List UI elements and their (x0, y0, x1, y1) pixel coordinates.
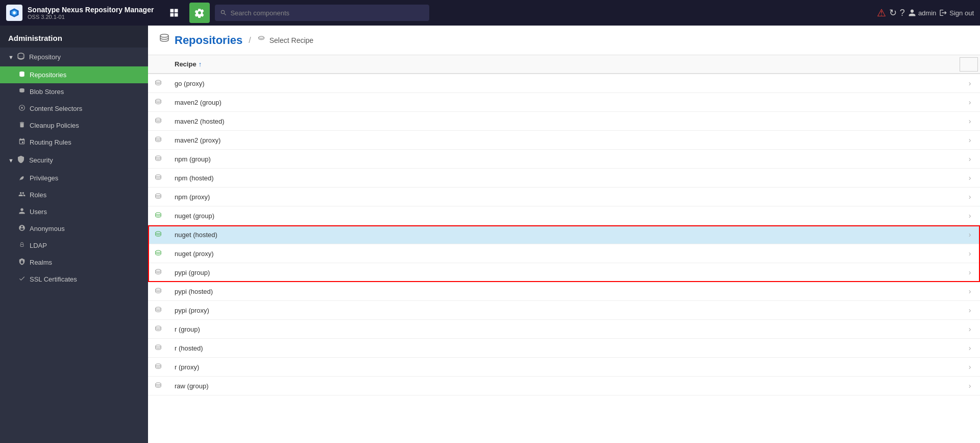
table-row[interactable]: nuget (hosted) › (148, 225, 980, 244)
alert-icon[interactable]: ⚠ (877, 7, 886, 19)
admin-button[interactable] (189, 3, 210, 23)
row-arrow: › (960, 363, 980, 371)
table-row[interactable]: npm (hosted) › (148, 169, 980, 188)
sidebar-item-routing-rules[interactable]: Routing Rules (0, 134, 148, 151)
svg-rect-7 (20, 244, 23, 246)
sidebar-header: Administration (0, 26, 148, 48)
sidebar-section-repository[interactable]: ▼ Repository (0, 48, 148, 66)
sidebar-item-roles[interactable]: Roles (0, 186, 148, 203)
column-settings-button[interactable] (960, 57, 978, 72)
icon-privileges (18, 174, 26, 182)
table-row[interactable]: raw (group) › (148, 377, 980, 395)
row-db-icon (148, 320, 168, 338)
row-label: pypi (proxy) (168, 301, 960, 319)
table-row[interactable]: pypi (proxy) › (148, 301, 980, 320)
icon-routing-rules (18, 138, 26, 147)
top-navigation: Sonatype Nexus Repository Manager OSS 3.… (0, 0, 980, 26)
table-row[interactable]: maven2 (group) › (148, 93, 980, 112)
row-arrow: › (960, 325, 980, 333)
svg-point-18 (156, 231, 161, 234)
repositories-header-icon (158, 33, 170, 48)
sidebar-item-blob-stores[interactable]: Blob Stores (0, 83, 148, 100)
sidebar-item-routing-rules-label: Routing Rules (30, 138, 71, 146)
svg-point-11 (156, 99, 161, 101)
search-input[interactable] (230, 9, 424, 17)
row-db-icon (148, 150, 168, 168)
table-row[interactable]: go (proxy) › (148, 74, 980, 93)
row-label: npm (hosted) (168, 169, 960, 187)
svg-point-9 (258, 36, 264, 38)
expand-arrow-security: ▼ (8, 157, 14, 164)
rows-container: go (proxy) › maven2 (group) › maven2 (ho… (148, 74, 980, 395)
table-row[interactable]: nuget (group) › (148, 206, 980, 225)
icon-ldap (18, 241, 26, 250)
row-arrow: › (960, 193, 980, 201)
table-row[interactable]: pypi (hosted) › (148, 282, 980, 301)
sidebar-item-anonymous[interactable]: Anonymous (0, 220, 148, 237)
security-section-icon (17, 155, 25, 165)
row-label: maven2 (hosted) (168, 112, 960, 130)
row-label: go (proxy) (168, 75, 960, 92)
row-arrow: › (960, 155, 980, 163)
svg-point-24 (156, 345, 161, 347)
row-label: raw (group) (168, 377, 960, 395)
search-bar[interactable] (215, 5, 429, 21)
svg-point-23 (156, 326, 161, 328)
row-arrow: › (960, 98, 980, 106)
row-label: nuget (group) (168, 207, 960, 225)
svg-point-20 (156, 269, 161, 271)
sidebar-item-content-selectors[interactable]: Content Selectors (0, 100, 148, 117)
topnav-right: ⚠ ↻ ? admin Sign out (877, 7, 974, 19)
th-recipe[interactable]: Recipe ↑ (168, 55, 960, 73)
table-row[interactable]: r (group) › (148, 320, 980, 339)
row-db-icon (148, 244, 168, 263)
row-arrow: › (960, 249, 980, 258)
table-row[interactable]: npm (proxy) › (148, 188, 980, 206)
sign-out-button[interactable]: Sign out (939, 9, 974, 17)
table-row[interactable]: r (hosted) › (148, 339, 980, 358)
sidebar-item-cleanup-policies[interactable]: Cleanup Policies (0, 117, 148, 134)
table-row[interactable]: pypi (group) › (148, 263, 980, 282)
sidebar-item-realms-label: Realms (30, 259, 52, 266)
sidebar-item-anonymous-label: Anonymous (30, 225, 65, 232)
svg-point-17 (156, 213, 161, 215)
th-checkbox (148, 59, 168, 69)
row-arrow: › (960, 136, 980, 144)
main-layout: Administration ▼ Repository Repositories… (0, 26, 980, 443)
table-row[interactable]: npm (group) › (148, 150, 980, 169)
row-label: r (proxy) (168, 358, 960, 376)
expand-arrow-repository: ▼ (8, 54, 14, 60)
sidebar-item-ssl-certificates[interactable]: SSL Certificates (0, 271, 148, 288)
content-header: Repositories / Select Recipe (148, 26, 980, 55)
sidebar-item-privileges[interactable]: Privileges (0, 170, 148, 186)
row-arrow: › (960, 117, 980, 125)
table-row[interactable]: nuget (proxy) › (148, 244, 980, 263)
sidebar-item-users[interactable]: Users (0, 203, 148, 220)
row-arrow: › (960, 230, 980, 239)
row-arrow: › (960, 212, 980, 220)
table-row[interactable]: maven2 (hosted) › (148, 112, 980, 131)
sidebar-item-repositories[interactable]: Repositories (0, 66, 148, 83)
table-row[interactable]: maven2 (proxy) › (148, 131, 980, 150)
row-db-icon (148, 225, 168, 244)
row-arrow: › (960, 306, 980, 314)
sidebar-item-realms[interactable]: Realms (0, 254, 148, 271)
row-db-icon (148, 112, 168, 130)
help-icon[interactable]: ? (900, 8, 905, 18)
svg-point-10 (156, 80, 161, 82)
row-arrow: › (960, 382, 980, 390)
row-arrow: › (960, 344, 980, 352)
row-db-icon (148, 301, 168, 319)
row-label: nuget (proxy) (168, 245, 960, 263)
icon-cleanup-policies (18, 121, 26, 130)
app-logo (6, 5, 22, 21)
refresh-icon[interactable]: ↻ (889, 7, 897, 18)
user-label[interactable]: admin (908, 9, 936, 17)
sidebar-item-ldap[interactable]: LDAP (0, 237, 148, 254)
sidebar-section-security[interactable]: ▼ Security (0, 151, 148, 170)
recipe-table: Recipe ↑ go (proxy) › (148, 55, 980, 443)
table-row[interactable]: r (proxy) › (148, 358, 980, 377)
browse-button[interactable] (164, 3, 184, 23)
row-db-icon (148, 339, 168, 357)
sidebar-item-users-label: Users (30, 208, 47, 216)
